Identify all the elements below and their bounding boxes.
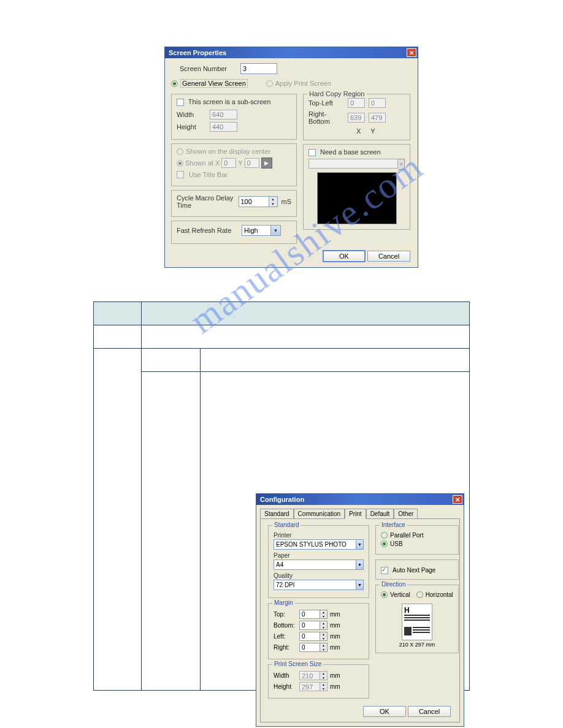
- radio-icon: [177, 160, 183, 167]
- subscreen-checkbox[interactable]: [177, 99, 184, 106]
- titlebar-label: Use Title Bar: [189, 171, 228, 178]
- vertical-radio[interactable]: Vertical: [381, 591, 410, 598]
- base-screen-checkbox[interactable]: [308, 149, 316, 156]
- print-size-legend: Print Screen Size: [272, 661, 323, 667]
- tab-default[interactable]: Default: [366, 509, 394, 518]
- table-header: [94, 302, 142, 325]
- y-header: Y: [370, 127, 375, 135]
- shown-y-label: Y: [238, 159, 242, 167]
- pss-height-stepper: ▲▼: [299, 682, 327, 691]
- cancel-button[interactable]: Cancel: [408, 706, 451, 717]
- tab-bar: Standard Communication Print Default Oth…: [260, 509, 460, 519]
- dimension-text: 210 X 297 mm: [381, 642, 453, 648]
- pss-width-stepper: ▲▼: [299, 671, 327, 680]
- spinner-icon[interactable]: ▲▼: [269, 196, 278, 207]
- chevron-down-icon[interactable]: ▼: [356, 539, 364, 550]
- table-cell: [142, 372, 201, 691]
- paper-value[interactable]: [274, 559, 356, 570]
- printer-label: Printer: [274, 532, 364, 539]
- close-icon[interactable]: ✕: [453, 495, 462, 504]
- base-screen-input: [308, 159, 398, 169]
- chevron-down-icon: ▼: [398, 159, 405, 170]
- shown-center-label: Shown on the display center: [186, 148, 270, 155]
- subscreen-label: This screen is a sub-screen: [188, 98, 271, 105]
- printer-combo[interactable]: ▼: [274, 539, 364, 550]
- radio-icon: [381, 591, 388, 598]
- margin-right-stepper[interactable]: ▲▼: [299, 643, 327, 652]
- paper-combo[interactable]: ▼: [274, 559, 364, 570]
- ok-button[interactable]: OK: [323, 250, 366, 262]
- close-icon[interactable]: ✕: [407, 48, 416, 57]
- quality-combo[interactable]: ▼: [274, 580, 364, 590]
- auto-next-label: Auto Next Page: [393, 567, 435, 574]
- base-screen-group: Need a base screen ▼: [303, 144, 410, 230]
- chevron-down-icon[interactable]: ▼: [356, 559, 364, 570]
- printer-value[interactable]: [274, 539, 356, 550]
- tab-other[interactable]: Other: [394, 509, 418, 518]
- interface-group: Interface Parallel Port USB: [375, 525, 459, 555]
- unit: mm: [330, 683, 340, 690]
- shown-y-input: [245, 158, 259, 168]
- quality-value[interactable]: [274, 580, 356, 590]
- radio-icon: [381, 532, 388, 539]
- shown-at-label: Shown at: [185, 159, 213, 167]
- refresh-combo[interactable]: ▼: [242, 225, 281, 236]
- tab-communication[interactable]: Communication: [294, 509, 345, 518]
- ok-button[interactable]: OK: [363, 706, 406, 717]
- chevron-down-icon[interactable]: ▼: [356, 580, 364, 590]
- pss-width-label: Width: [274, 672, 297, 679]
- screen-number-input[interactable]: [240, 63, 277, 74]
- refresh-label: Fast Refresh Rate: [177, 227, 238, 234]
- cycle-macro-group: Cycle Macro Delay Time ▲▼ mS: [171, 190, 297, 217]
- margin-bottom-label: Bottom:: [274, 622, 297, 629]
- rightbottom-x: [348, 113, 365, 123]
- shown-x-input: [221, 158, 236, 168]
- table-cell: [94, 349, 142, 691]
- refresh-value[interactable]: [242, 225, 271, 236]
- unit: mm: [330, 672, 340, 679]
- cycle-macro-unit: mS: [282, 198, 292, 205]
- cancel-button[interactable]: Cancel: [367, 251, 410, 262]
- x-header: X: [356, 127, 361, 135]
- table-cell: Configuration ✕ Standard Communication P…: [201, 372, 470, 691]
- vertical-label: Vertical: [390, 591, 410, 598]
- unit: mm: [330, 633, 340, 640]
- goto-icon: ▶: [261, 157, 272, 169]
- horizontal-radio[interactable]: Horizontal: [416, 591, 453, 598]
- titlebar: Configuration ✕: [256, 494, 464, 505]
- table-cell: [142, 325, 470, 349]
- cycle-macro-stepper[interactable]: ▲▼: [239, 196, 278, 207]
- radio-icon: [416, 591, 423, 598]
- topleft-x: [348, 98, 365, 108]
- screen-preview: [317, 172, 397, 224]
- base-screen-combo: ▼: [308, 159, 405, 170]
- parallel-radio[interactable]: Parallel Port: [381, 532, 453, 539]
- radio-icon: [177, 148, 183, 155]
- margin-left-label: Left:: [274, 633, 297, 640]
- margin-bottom-stepper[interactable]: ▲▼: [299, 621, 327, 630]
- standard-group: Standard Printer ▼ Paper: [268, 525, 369, 598]
- table-cell: [94, 325, 142, 349]
- cycle-macro-input[interactable]: [239, 196, 269, 207]
- usb-radio[interactable]: USB: [381, 540, 453, 547]
- auto-next-checkbox[interactable]: [381, 567, 388, 574]
- horizontal-label: Horizontal: [426, 591, 453, 598]
- margin-top-stepper[interactable]: ▲▼: [299, 610, 327, 619]
- auto-next-group: Auto Next Page: [375, 559, 459, 580]
- radio-icon: [266, 80, 273, 87]
- general-view-radio[interactable]: General View Screen: [171, 79, 248, 88]
- orientation-preview: H: [402, 604, 432, 640]
- interface-legend: Interface: [380, 521, 407, 528]
- width-input: [210, 110, 237, 119]
- table-cell: [142, 349, 201, 372]
- titlebar-checkbox: [177, 171, 184, 178]
- margin-left-stepper[interactable]: ▲▼: [299, 632, 327, 641]
- apply-print-label: Apply Print Screen: [275, 80, 331, 87]
- cycle-macro-label: Cycle Macro Delay Time: [177, 194, 235, 209]
- standard-legend: Standard: [272, 521, 301, 528]
- tab-standard[interactable]: Standard: [260, 509, 294, 518]
- margin-top-label: Top:: [274, 611, 297, 618]
- chevron-down-icon[interactable]: ▼: [271, 225, 281, 236]
- margin-group: Margin Top: ▲▼ mm Bottom: ▲▼ mm Left: ▲▼: [268, 603, 369, 659]
- tab-print[interactable]: Print: [345, 509, 366, 519]
